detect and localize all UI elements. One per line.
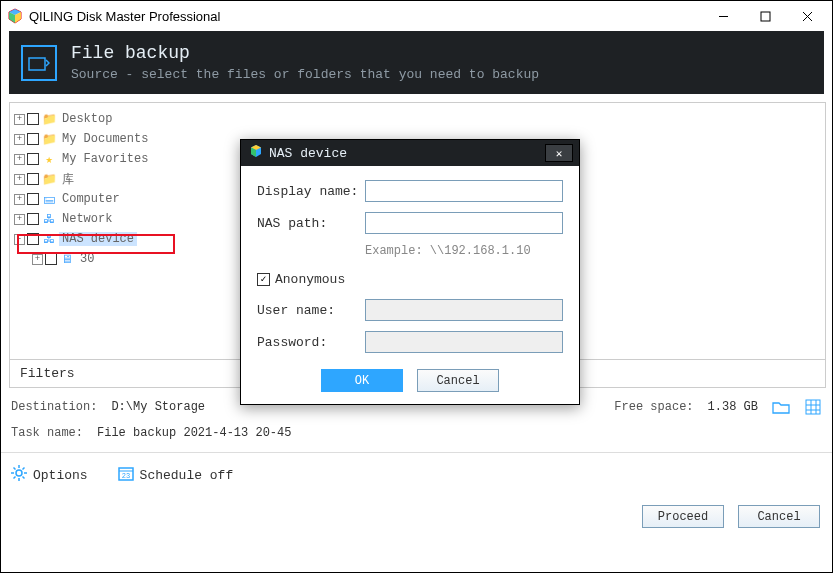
nas-path-label: NAS path: [257,216,365,231]
gear-icon [11,465,27,485]
proceed-button[interactable]: Proceed [642,505,724,528]
network-icon: 🖧 [41,211,57,227]
taskname-label: Task name: [11,426,83,440]
password-input [365,331,563,353]
collapse-icon[interactable]: - [14,234,25,245]
display-name-label: Display name: [257,184,365,199]
expand-icon[interactable]: + [14,194,25,205]
main-cancel-button[interactable]: Cancel [738,505,820,528]
tree-label: 30 [77,252,97,266]
expand-icon[interactable]: + [14,114,25,125]
nas-device-dialog: NAS device ✕ Display name: NAS path: Exa… [240,139,580,405]
tree-label: My Favorites [59,152,151,166]
checkbox[interactable] [27,113,39,125]
checkbox[interactable] [27,133,39,145]
svg-rect-5 [806,400,820,414]
page-subtitle: Source - select the files or folders tha… [71,67,539,82]
tree-label: Computer [59,192,123,206]
network-icon: 🖧 [41,231,57,247]
expand-icon[interactable]: + [14,174,25,185]
browse-icon[interactable] [772,398,790,416]
password-label: Password: [257,335,365,350]
cube-icon [249,144,263,162]
checkbox-icon: ✓ [257,273,270,286]
display-name-input[interactable] [365,180,563,202]
folder-icon: 📁 [41,111,57,127]
checkbox[interactable] [45,253,57,265]
expand-icon[interactable]: + [14,154,25,165]
username-label: User name: [257,303,365,318]
expand-icon[interactable]: + [32,254,43,265]
dialog-cancel-button[interactable]: Cancel [417,369,499,392]
checkbox[interactable] [27,233,39,245]
star-icon: ★ [41,151,57,167]
folder-icon: 📁 [41,171,57,187]
taskname-value: File backup 2021-4-13 20-45 [97,426,291,440]
schedule-button[interactable]: 23 Schedule off [118,465,234,485]
titlebar: QILING Disk Master Professional [1,1,832,31]
svg-rect-1 [761,12,770,21]
window-title: QILING Disk Master Professional [29,9,702,24]
options-label: Options [33,468,88,483]
backup-header-icon [21,45,57,81]
calendar-icon: 23 [118,465,134,485]
freespace-label: Free space: [614,400,693,414]
drive-icon: 🖴 [41,191,57,207]
tree-item-desktop[interactable]: + 📁 Desktop [14,109,821,129]
anonymous-label: Anonymous [275,272,345,287]
schedule-label: Schedule off [140,468,234,483]
app-icon [7,8,23,24]
page-header: File backup Source - select the files or… [9,31,824,94]
dialog-ok-button[interactable]: OK [321,369,403,392]
tree-label: 库 [59,171,77,188]
tree-label: Network [59,212,115,226]
anonymous-checkbox[interactable]: ✓ Anonymous [257,272,563,287]
checkbox[interactable] [27,193,39,205]
monitor-icon: 🖥 [59,251,75,267]
close-button[interactable] [786,2,828,30]
tree-label: Desktop [59,112,115,126]
dialog-close-button[interactable]: ✕ [545,144,573,162]
minimize-button[interactable] [702,2,744,30]
nas-path-input[interactable] [365,212,563,234]
svg-text:23: 23 [121,472,129,480]
nas-path-example: Example: \\192.168.1.10 [365,244,563,258]
tree-label: NAS device [59,232,137,246]
checkbox[interactable] [27,153,39,165]
checkbox[interactable] [27,213,39,225]
folder-icon: 📁 [41,131,57,147]
destination-label: Destination: [11,400,97,414]
expand-icon[interactable]: + [14,214,25,225]
checkbox[interactable] [27,173,39,185]
filters-label: Filters [20,366,75,381]
options-button[interactable]: Options [11,465,88,485]
destination-value: D:\My Storage [111,400,205,414]
maximize-button[interactable] [744,2,786,30]
expand-icon[interactable]: + [14,134,25,145]
tree-label: My Documents [59,132,151,146]
dialog-title: NAS device [269,146,347,161]
svg-point-10 [16,470,22,476]
grid-icon[interactable] [804,398,822,416]
page-title: File backup [71,43,539,63]
svg-rect-4 [29,58,45,70]
freespace-value: 1.38 GB [708,400,758,414]
username-input [365,299,563,321]
